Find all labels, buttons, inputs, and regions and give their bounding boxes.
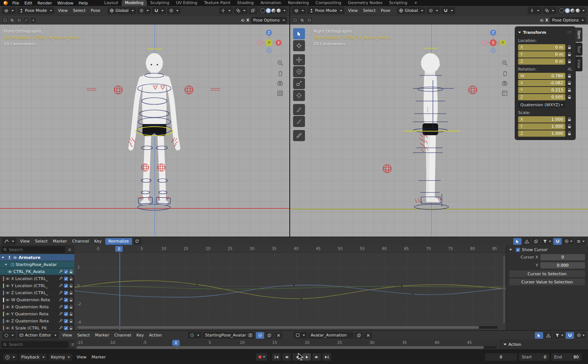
rotation-field[interactable]: Z0.505: [518, 94, 565, 100]
zoom-icon[interactable]: [276, 59, 284, 67]
modifier-wrench-icon[interactable]: [58, 305, 63, 309]
warning-icon[interactable]: [523, 238, 531, 245]
lock-icon[interactable]: [69, 291, 73, 295]
previous-keyframe-button[interactable]: [282, 353, 291, 361]
copy-icon[interactable]: [532, 238, 540, 245]
graph-plot-area[interactable]: -50510152025303540455055606570758085 0 2…: [74, 245, 506, 330]
workspace-tab[interactable]: Animation: [257, 0, 285, 6]
add-workspace-button[interactable]: +: [411, 0, 421, 6]
camera-view-icon[interactable]: [501, 79, 509, 87]
overlay-settings-icon[interactable]: [575, 238, 586, 245]
keying-dropdown[interactable]: Keying: [49, 354, 72, 361]
channel-enable-checkbox[interactable]: [64, 305, 68, 309]
lock-icon[interactable]: [69, 270, 73, 274]
duplicate-action-icon[interactable]: [265, 332, 273, 339]
snap-dropdown[interactable]: [441, 7, 455, 14]
sidebar-tab-tool[interactable]: Tool: [575, 43, 582, 56]
graph-horizontal-scrollbar[interactable]: [77, 326, 498, 329]
eye-icon[interactable]: [5, 312, 10, 316]
workspace-tab[interactable]: UV Editing: [173, 0, 200, 6]
shading-wireframe-icon[interactable]: [260, 8, 265, 13]
tool-rotate[interactable]: [293, 66, 305, 77]
orientation-dropdown[interactable]: Global: [107, 7, 136, 14]
workspace-tab[interactable]: Shading: [234, 0, 257, 6]
lock-icon[interactable]: [69, 298, 73, 302]
mode-dropdown[interactable]: Pose Mode: [17, 7, 54, 14]
selection-sync-icon[interactable]: [513, 238, 521, 245]
current-frame-field[interactable]: 0: [485, 353, 517, 361]
dopesheet-search-input[interactable]: [1, 341, 68, 348]
rotation-field[interactable]: Y0.213: [518, 87, 565, 93]
mirror-x-toggle[interactable]: X: [241, 18, 249, 23]
tool-setting-icon[interactable]: [2, 17, 8, 23]
orientation-dropdown[interactable]: Global: [397, 7, 425, 14]
modifier-wrench-icon[interactable]: [58, 276, 63, 281]
tool-select-box[interactable]: [293, 28, 305, 39]
channel-row-action[interactable]: StartingPose_Avatar: [0, 261, 74, 268]
lock-icon[interactable]: [69, 326, 73, 330]
eye-icon[interactable]: [5, 319, 10, 323]
filter-funnel-icon[interactable]: [541, 238, 552, 245]
lock-icon[interactable]: [566, 59, 572, 64]
cursor-to-selection-button[interactable]: Cursor to Selection: [509, 270, 585, 277]
location-field[interactable]: X0 m: [518, 44, 565, 51]
shading-material-icon[interactable]: [271, 9, 276, 13]
modifier-wrench-icon[interactable]: [58, 290, 63, 295]
workspace-tab[interactable]: Sculpting: [147, 0, 173, 6]
topbar-menu[interactable]: Render: [35, 1, 55, 6]
toggle-grid-icon[interactable]: [276, 89, 284, 97]
channel-search-input[interactable]: [1, 246, 65, 253]
lock-icon[interactable]: [69, 312, 73, 316]
toggle-grid-icon[interactable]: [501, 89, 509, 97]
snap-icon[interactable]: [553, 238, 562, 245]
topbar-menu[interactable]: Help: [76, 1, 90, 6]
shading-rendered-icon[interactable]: [277, 9, 281, 13]
fake-user-shield-icon[interactable]: [256, 332, 264, 339]
navigation-gizmo[interactable]: Z X -Y: [255, 30, 283, 56]
jump-to-end-button[interactable]: [322, 353, 331, 361]
modifier-wrench-icon[interactable]: [58, 269, 63, 274]
tool-cursor[interactable]: [293, 40, 305, 51]
channel-enable-checkbox[interactable]: [64, 298, 68, 302]
browse-stash-button[interactable]: [293, 332, 307, 339]
viewport-menu[interactable]: View: [346, 8, 360, 13]
shading-solid-icon[interactable]: [565, 9, 569, 13]
graph-menu[interactable]: Channel: [70, 239, 91, 244]
tool-measure[interactable]: [293, 116, 305, 127]
scale-field[interactable]: Y1.000: [518, 123, 565, 130]
duplicate-action-icon[interactable]: [355, 332, 363, 339]
current-frame-badge[interactable]: 0: [172, 340, 180, 346]
tool-scale[interactable]: [293, 78, 305, 89]
channel-row-group[interactable]: CTRL_FK_Avata: [0, 268, 74, 275]
scale-field[interactable]: Z1.000: [518, 130, 565, 137]
channel-enable-checkbox[interactable]: [64, 291, 68, 295]
tool-transform[interactable]: [293, 90, 305, 101]
browse-action-button[interactable]: [188, 332, 202, 339]
tool-move[interactable]: [293, 54, 305, 65]
lock-icon[interactable]: [566, 95, 572, 99]
action-users-badge[interactable]: 2: [248, 333, 253, 337]
lock-icon[interactable]: [566, 74, 572, 78]
pivot-dropdown[interactable]: [427, 7, 440, 14]
channel-row-armature[interactable]: Armature: [0, 254, 74, 261]
selection-sync-icon[interactable]: [535, 332, 543, 339]
editor-type-button[interactable]: [3, 354, 17, 361]
dopesheet-mode-dropdown[interactable]: Action Editor: [17, 332, 59, 339]
zoom-icon[interactable]: [501, 59, 509, 67]
dopesheet-menu[interactable]: Select: [75, 333, 93, 338]
cursor-y-field[interactable]: 0.000: [540, 262, 585, 269]
graph-vertical-scrollbar[interactable]: [503, 256, 505, 323]
lock-icon[interactable]: [69, 284, 73, 288]
viewport-menu[interactable]: Pose: [88, 8, 103, 13]
shading-material-icon[interactable]: [571, 9, 575, 13]
viewport-menu[interactable]: Select: [360, 8, 378, 13]
lock-icon[interactable]: [566, 131, 572, 136]
rotation-field[interactable]: W0.780: [518, 73, 565, 79]
fcurve-channel-row[interactable]: Z Location (CTRL_: [0, 289, 74, 296]
show-cursor-checkbox[interactable]: [516, 248, 520, 252]
normalize-refresh-icon[interactable]: [133, 238, 141, 245]
eye-icon[interactable]: [7, 270, 12, 273]
snap-icon[interactable]: [566, 332, 574, 339]
channel-enable-checkbox[interactable]: [64, 277, 68, 281]
tool-setting-icon[interactable]: [30, 17, 36, 23]
